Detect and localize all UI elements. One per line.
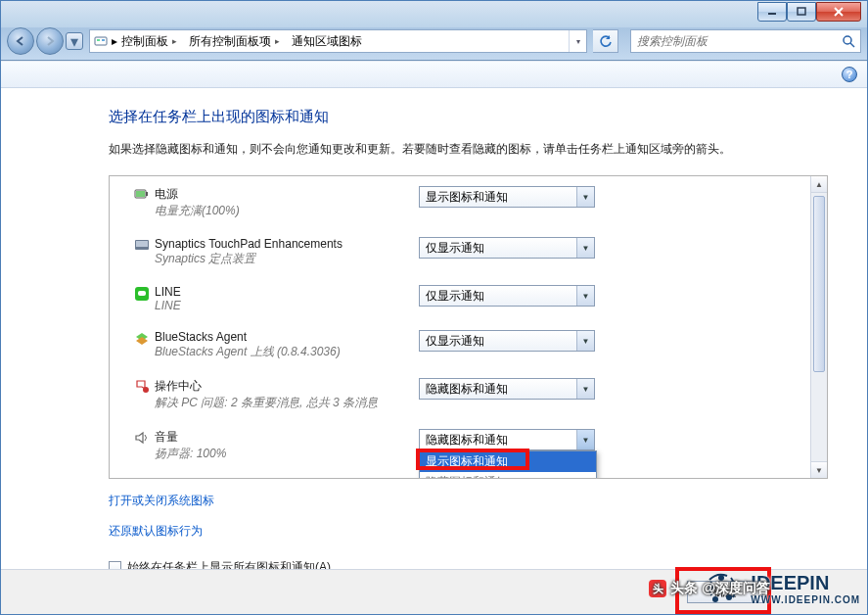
line-app-icon [129, 285, 155, 302]
history-dropdown-button[interactable]: ▾ [66, 32, 83, 50]
row-subtitle: LINE [155, 299, 419, 312]
system-icons-link[interactable]: 打开或关闭系统图标 [109, 493, 214, 509]
row-subtitle: Synaptics 定点装置 [155, 251, 419, 267]
window-frame: ▾ ▸ 控制面板▸ 所有控制面板项▸ 通知区域图标 ▾ [0, 0, 868, 615]
chevron-down-icon: ▼ [576, 331, 594, 351]
volume-icon [129, 429, 155, 446]
chevron-down-icon: ▼ [576, 238, 594, 258]
restore-defaults-link[interactable]: 还原默认图标行为 [109, 523, 203, 540]
row-subtitle: 电量充满(100%) [155, 203, 419, 219]
address-dropdown-button[interactable]: ▾ [569, 30, 586, 52]
row-subtitle: 解决 PC 问题: 2 条重要消息, 总共 3 条消息 [155, 395, 419, 411]
row-title: 操作中心 [155, 378, 419, 395]
breadcrumb-mid[interactable]: 所有控制面板项 [189, 33, 271, 50]
control-panel-icon [90, 35, 112, 47]
svg-rect-1 [798, 8, 805, 15]
watermark-toutiao: 头 头条 @深度问答 [649, 580, 770, 597]
svg-point-16 [143, 387, 149, 393]
chevron-down-icon: ▼ [576, 187, 594, 207]
minimize-button[interactable] [757, 2, 787, 22]
combobox-value: 隐藏图标和通知 [420, 381, 576, 398]
list-row: BlueStacks Agent BlueStacks Agent 上线 (0.… [129, 330, 800, 360]
scroll-down-button[interactable]: ▼ [811, 461, 827, 478]
svg-rect-6 [102, 39, 105, 41]
chevron-right-icon: ▸ [168, 36, 181, 46]
action-center-icon [129, 378, 155, 395]
page-title: 选择在任务栏上出现的图标和通知 [109, 108, 828, 126]
svg-rect-10 [146, 192, 148, 196]
chevron-right-icon: ▸ [271, 36, 284, 46]
forward-button[interactable] [36, 27, 64, 55]
scrollbar-vertical[interactable]: ▲ ▼ [810, 176, 827, 478]
bluestacks-icon [129, 330, 155, 347]
page-description: 如果选择隐藏图标和通知，则不会向您通知更改和更新。若要随时查看隐藏的图标，请单击… [109, 140, 828, 158]
svg-point-7 [844, 36, 851, 44]
behavior-combobox[interactable]: 显示图标和通知 ▼ [419, 186, 595, 208]
toolbar-strip: ? [1, 61, 867, 88]
icon-list-panel: 电源 电量充满(100%) 显示图标和通知 ▼ [109, 175, 828, 479]
chevron-down-icon: ▼ [576, 286, 594, 306]
battery-icon [129, 186, 155, 201]
row-subtitle: BlueStacks Agent 上线 (0.8.4.3036) [155, 344, 419, 360]
row-title: LINE [155, 285, 419, 299]
list-row: Synaptics TouchPad Enhancements Synaptic… [129, 237, 800, 267]
row-title: BlueStacks Agent [155, 330, 419, 344]
dropdown-option[interactable]: 隐藏图标和通知 [420, 472, 596, 478]
dropdown-option[interactable]: 显示图标和通知 [420, 451, 596, 472]
svg-rect-11 [136, 191, 145, 197]
close-button[interactable] [816, 2, 861, 22]
search-icon[interactable] [837, 34, 860, 48]
svg-line-8 [850, 43, 854, 47]
behavior-combobox[interactable]: 隐藏图标和通知 ▼ [419, 378, 595, 400]
svg-rect-13 [136, 241, 148, 247]
back-button[interactable] [7, 27, 34, 55]
help-icon[interactable]: ? [842, 67, 857, 82]
maximize-button[interactable] [787, 2, 816, 22]
chevron-down-icon: ▼ [576, 430, 594, 449]
svg-rect-15 [138, 291, 146, 296]
combobox-value: 仅显示通知 [420, 288, 576, 305]
row-title: Synaptics TouchPad Enhancements [155, 237, 419, 251]
combobox-value: 仅显示通知 [420, 333, 576, 350]
refresh-button[interactable] [593, 29, 618, 53]
behavior-combobox[interactable]: 仅显示通知 ▼ [419, 285, 595, 307]
behavior-combobox[interactable]: 仅显示通知 ▼ [419, 237, 595, 259]
behavior-dropdown-list: 显示图标和通知 隐藏图标和通知 仅显示通知 [419, 450, 597, 478]
touchpad-icon [129, 237, 155, 252]
row-subtitle: 扬声器: 100% [155, 446, 419, 462]
list-row: 音量 扬声器: 100% 隐藏图标和通知 ▼ 显示图标和通知 隐藏图标和通知 仅… [129, 429, 800, 462]
list-row: LINE LINE 仅显示通知 ▼ [129, 285, 800, 312]
combobox-value: 隐藏图标和通知 [420, 432, 576, 449]
combobox-value: 仅显示通知 [420, 240, 576, 257]
list-row: 电源 电量充满(100%) 显示图标和通知 ▼ [129, 186, 800, 219]
address-bar[interactable]: ▸ 控制面板▸ 所有控制面板项▸ 通知区域图标 ▾ [89, 29, 587, 53]
search-box[interactable] [630, 29, 861, 53]
row-title: 音量 [155, 429, 419, 446]
svg-rect-4 [95, 37, 107, 45]
row-title: 电源 [155, 186, 419, 203]
list-row: 操作中心 解决 PC 问题: 2 条重要消息, 总共 3 条消息 隐藏图标和通知… [129, 378, 800, 411]
toutiao-icon: 头 [649, 580, 666, 597]
scroll-thumb[interactable] [813, 196, 825, 372]
behavior-combobox[interactable]: 仅显示通知 ▼ [419, 330, 595, 352]
breadcrumb-root[interactable]: 控制面板 [121, 33, 168, 50]
chevron-down-icon: ▼ [576, 379, 594, 399]
scroll-up-button[interactable]: ▲ [811, 176, 827, 193]
combobox-value: 显示图标和通知 [420, 189, 576, 206]
breadcrumb-leaf[interactable]: 通知区域图标 [292, 33, 362, 50]
svg-rect-5 [97, 39, 100, 41]
titlebar: ▾ ▸ 控制面板▸ 所有控制面板项▸ 通知区域图标 ▾ [1, 1, 867, 61]
behavior-combobox[interactable]: 隐藏图标和通知 ▼ 显示图标和通知 隐藏图标和通知 仅显示通知 [419, 429, 595, 450]
content-area: 选择在任务栏上出现的图标和通知 如果选择隐藏图标和通知，则不会向您通知更改和更新… [1, 88, 867, 580]
search-input[interactable] [631, 34, 837, 48]
